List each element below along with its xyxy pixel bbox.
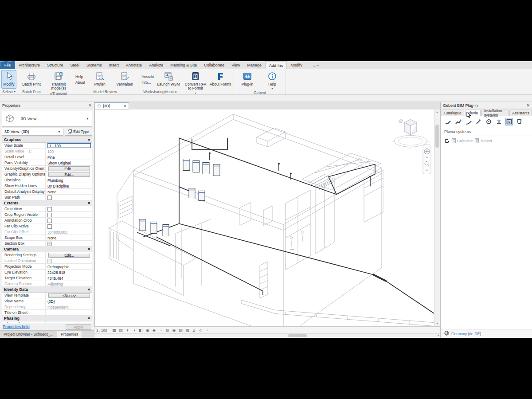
palette-tab-project-browser-schueco[interactable]: Project Browser - Schueco_... <box>0 331 57 338</box>
ribbon-tab-annotate[interactable]: Annotate <box>122 61 145 69</box>
navigation-bar[interactable] <box>423 145 431 174</box>
unlock-view-icon[interactable]: ◔ <box>158 328 163 333</box>
geberit-close-icon[interactable]: ✕ <box>526 103 530 108</box>
view-filter-dropdown[interactable]: 3D View: (3D)▼ <box>2 128 63 136</box>
ribbon-button-ansicht[interactable]: Ansicht <box>141 74 154 79</box>
rendering-settings-button[interactable]: Edit... <box>48 253 90 258</box>
ribbon-button-pr-fen[interactable]: Prüfen <box>88 70 112 89</box>
vertical-scroll-thumb[interactable] <box>435 125 439 148</box>
property-value-scope-box[interactable]: None <box>46 235 92 240</box>
visual-style-icon[interactable]: ▦ <box>111 328 117 333</box>
ribbon-tab-insert[interactable]: Insert <box>106 61 123 69</box>
property-value-target-elevation[interactable]: 4345.464 <box>46 275 92 281</box>
sun-path-icon[interactable]: ☀ <box>125 328 130 333</box>
ribbon-button-verwalten[interactable]: Verwalten <box>113 70 137 89</box>
temporary-view-properties-icon[interactable]: ▧ <box>178 328 183 333</box>
ribbon-tab-structure[interactable]: Structure <box>43 61 67 69</box>
crop-view-checkbox[interactable] <box>47 207 52 211</box>
pipe-double-bend-icon[interactable] <box>454 118 462 125</box>
property-value-show-hidden-lines[interactable]: By Discipline <box>46 183 92 188</box>
file-menu-button[interactable]: File <box>0 61 15 69</box>
section-collapse-icon[interactable] <box>88 202 90 204</box>
ribbon-tab-manage[interactable]: Manage <box>244 61 266 69</box>
ribbon-button-transmit-model-s[interactable]: Transmit model(s) <box>47 70 70 91</box>
view-scale-button[interactable]: 1 : 100 <box>96 329 110 332</box>
property-value-detail-level[interactable]: Fine <box>46 154 92 160</box>
view-template-button[interactable]: <None> <box>48 293 90 298</box>
graphic-display-options-button[interactable]: Edit... <box>48 172 90 177</box>
scroll-up-icon[interactable]: ▲ <box>436 110 438 115</box>
refresh-button[interactable] <box>444 138 450 144</box>
annotation-crop-checkbox[interactable] <box>47 219 52 223</box>
section-collapse-icon[interactable] <box>88 317 90 319</box>
section-box-checkbox[interactable]: ✓ <box>47 242 52 246</box>
more-controls-icon[interactable]: ‹ <box>204 328 210 333</box>
ribbon-button-info[interactable]: Info... <box>141 80 154 85</box>
scroll-right-icon[interactable]: ▸ <box>438 334 439 337</box>
ribbon-button-about[interactable]: About <box>75 80 85 85</box>
property-value-title-on-sheet[interactable] <box>46 310 92 315</box>
ribbon-button-convert-rfa-to-formit[interactable]: Convert RFA to Formit▾ <box>184 70 207 95</box>
ribbon-button-plug-in[interactable]: Plug-in <box>235 70 259 90</box>
worksharing-display-icon[interactable]: ▨ <box>184 328 190 333</box>
section-header-camera[interactable]: Camera <box>2 246 92 252</box>
roof-outlet-icon[interactable] <box>495 118 503 125</box>
highlight-displacement-icon[interactable]: ◇ <box>198 328 203 333</box>
property-value-eye-elevation[interactable]: 22428.818 <box>46 270 92 275</box>
property-value-view-name[interactable]: {3D} <box>46 298 92 304</box>
report-button[interactable]: Report <box>475 138 492 144</box>
property-value-default-analysis-display-st[interactable]: None <box>46 189 92 194</box>
ribbon-tab-systems[interactable]: Systems <box>83 61 106 69</box>
ribbon-tab-analyze[interactable]: Analyze <box>145 61 167 69</box>
section-header-graphics[interactable]: Graphics <box>2 137 92 143</box>
visibility-graphics-overrides-button[interactable]: Edit... <box>48 166 90 171</box>
properties-close-icon[interactable]: ✕ <box>88 103 92 108</box>
shadows-icon[interactable]: ◑ <box>131 328 137 333</box>
view-scale-input[interactable]: 1 : 100 <box>47 143 91 148</box>
viewcube[interactable] <box>391 119 430 149</box>
vertical-scrollbar[interactable]: ▲ ▼ <box>434 110 440 326</box>
section-header-phasing[interactable]: Phasing <box>2 316 92 321</box>
ribbon-tab-view[interactable]: View <box>228 61 243 69</box>
property-value-dependency[interactable]: Independent <box>46 304 92 309</box>
temporary-hide-isolate-icon[interactable]: ◍ <box>164 328 170 333</box>
modify-button[interactable]: Modify <box>1 70 16 89</box>
type-selector[interactable]: 3D View ▼ <box>2 110 92 127</box>
rendering-dialog-icon[interactable]: ◧ <box>138 328 143 333</box>
section-header-identity-data[interactable]: Identity Data <box>2 287 92 293</box>
geberit-tab-installation-systems[interactable]: Installation systems <box>481 110 509 116</box>
ribbon-button-help[interactable]: Help <box>75 74 85 79</box>
ribbon-button-help[interactable]: Help▾ <box>260 70 284 90</box>
palette-tab-properties[interactable]: Properties <box>57 331 82 338</box>
ribbon-button-batch-print[interactable]: Batch Print <box>20 70 43 89</box>
geberit-tab-pluvia[interactable]: Pluvia <box>465 110 481 116</box>
property-value-parts-visibility[interactable]: Show Original <box>46 160 92 165</box>
properties-title-bar[interactable]: Properties ✕ <box>0 102 94 109</box>
section-collapse-icon[interactable] <box>88 289 90 290</box>
sun-path-checkbox[interactable] <box>47 196 52 200</box>
property-value-discipline[interactable]: Plumbing <box>46 177 92 183</box>
property-value-projection-mode[interactable]: Orthographic <box>46 264 92 269</box>
select-panel-label[interactable]: Select▾ <box>0 89 18 94</box>
ribbon-tab-collaborate[interactable]: Collaborate <box>200 61 228 69</box>
ribbon-button-launch-wsm[interactable]: Launch WSM <box>156 70 180 89</box>
drawing-canvas[interactable]: ▲ ▼ <box>94 110 440 327</box>
show-crop-region-icon[interactable]: ◈ <box>151 328 156 333</box>
ribbon-tab-architecture[interactable]: Architecture <box>15 61 43 69</box>
section-header-extents[interactable]: Extents <box>2 200 92 206</box>
scroll-down-icon[interactable]: ▼ <box>436 321 438 326</box>
pipe-bend-icon[interactable] <box>465 118 472 125</box>
section-collapse-icon[interactable] <box>88 248 90 250</box>
ribbon-tab-modify[interactable]: Modify <box>287 61 306 69</box>
property-value-camera-position[interactable]: Adjusting <box>46 281 92 286</box>
analytical-model-icon[interactable]: ⊿ <box>191 328 196 333</box>
fixture-box-icon[interactable] <box>505 118 513 125</box>
property-value-far-clip-offset[interactable]: 304800.000 <box>46 229 92 235</box>
pipe-elbow-icon[interactable] <box>444 118 452 125</box>
ribbon-cycle-button[interactable]: ▭▾ <box>310 61 322 69</box>
reveal-hidden-elements-icon[interactable]: ◉ <box>171 328 176 333</box>
detail-level-icon[interactable]: ▤ <box>118 328 123 333</box>
crop-view-icon[interactable]: ▣ <box>145 328 150 333</box>
language-selector[interactable]: Germany (de-DE) <box>441 329 532 338</box>
property-value-scale-value-1[interactable]: 100 <box>46 149 92 154</box>
